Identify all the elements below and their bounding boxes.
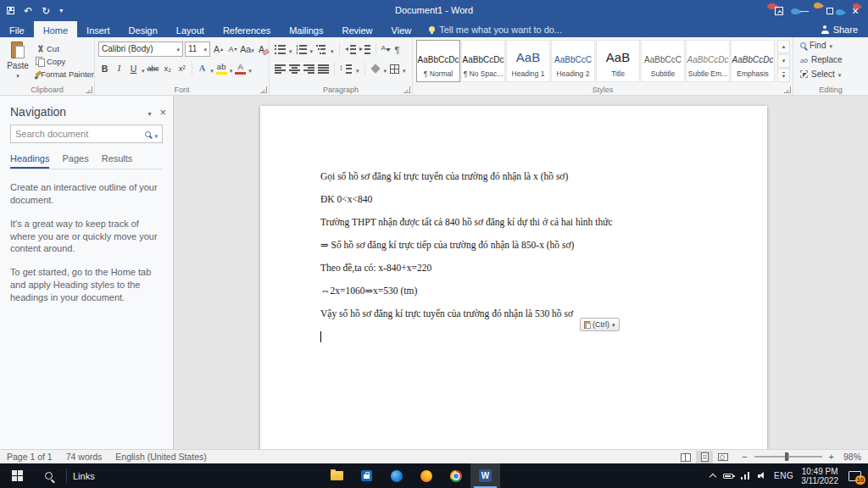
align-center-button[interactable] bbox=[289, 64, 300, 74]
zoom-out-button[interactable] bbox=[742, 452, 747, 462]
microsoft-store-icon[interactable] bbox=[352, 463, 381, 488]
justify-button[interactable] bbox=[318, 64, 329, 74]
font-family-select[interactable]: Calibri (Body) bbox=[98, 42, 183, 57]
zoom-slider-thumb[interactable] bbox=[785, 452, 788, 461]
print-layout-button[interactable] bbox=[696, 451, 713, 463]
word-count[interactable]: 74 words bbox=[66, 452, 103, 462]
zoom-level[interactable]: 98% bbox=[841, 452, 861, 462]
nav-tab-headings[interactable]: Headings bbox=[10, 153, 49, 169]
decrease-indent-button[interactable] bbox=[345, 45, 356, 54]
network-icon[interactable] bbox=[741, 472, 750, 480]
paste-options-button[interactable]: (Ctrl) bbox=[580, 318, 620, 331]
nav-tab-pages[interactable]: Pages bbox=[62, 153, 88, 169]
styles-more-icon[interactable] bbox=[777, 69, 790, 82]
change-case-button[interactable]: Aa bbox=[241, 42, 253, 56]
clock[interactable]: 10:49 PM 3/11/2022 bbox=[801, 467, 838, 485]
highlight-dropdown-icon[interactable] bbox=[230, 61, 233, 76]
maximize-icon[interactable] bbox=[817, 0, 843, 21]
nav-tab-results[interactable]: Results bbox=[102, 153, 133, 169]
zoom-slider[interactable] bbox=[754, 456, 822, 458]
start-button[interactable] bbox=[0, 463, 34, 488]
font-color-button[interactable]: A bbox=[234, 61, 247, 75]
edge-icon[interactable] bbox=[381, 463, 411, 488]
shading-button[interactable] bbox=[370, 64, 380, 73]
font-dialog-launcher-icon[interactable] bbox=[260, 86, 267, 93]
shading-dropdown-icon[interactable] bbox=[384, 61, 387, 76]
web-layout-button[interactable] bbox=[715, 451, 732, 463]
tab-layout[interactable]: Layout bbox=[167, 21, 214, 37]
style-emphasis[interactable]: AaBbCcDcEmphasis bbox=[731, 40, 775, 82]
underline-dropdown-icon[interactable] bbox=[142, 61, 145, 76]
paste-button[interactable]: Paste bbox=[3, 41, 32, 83]
show-hidden-icons-chevron[interactable] bbox=[709, 473, 716, 480]
search-icon[interactable] bbox=[145, 131, 151, 137]
strikethrough-button[interactable]: abc bbox=[147, 61, 160, 75]
styles-scroll-up-icon[interactable] bbox=[777, 40, 790, 53]
superscript-button[interactable]: x² bbox=[175, 61, 188, 75]
clear-formatting-button[interactable]: A bbox=[255, 42, 268, 56]
file-explorer-icon[interactable] bbox=[322, 463, 352, 488]
highlight-button[interactable]: ab bbox=[215, 61, 228, 75]
sort-button[interactable] bbox=[381, 45, 392, 54]
firefox-icon[interactable] bbox=[411, 463, 441, 488]
tab-mailings[interactable]: Mailings bbox=[280, 21, 332, 37]
share-button[interactable]: Share bbox=[811, 21, 868, 37]
multilevel-dropdown-icon[interactable] bbox=[331, 42, 334, 57]
text-effects-button[interactable]: A bbox=[196, 61, 209, 75]
bold-button[interactable]: B bbox=[98, 61, 111, 75]
borders-dropdown-icon[interactable] bbox=[403, 61, 406, 76]
bullets-dropdown-icon[interactable] bbox=[289, 42, 292, 57]
show-hide-pilcrow-button[interactable] bbox=[395, 42, 400, 57]
document-content[interactable]: Gọi số hồ sơ đăng kí trực tuyến của trườ… bbox=[260, 106, 767, 342]
battery-icon[interactable] bbox=[723, 474, 733, 479]
tell-me-box[interactable]: Tell me what you want to do... bbox=[429, 21, 562, 37]
italic-button[interactable]: I bbox=[113, 61, 125, 75]
copy-button[interactable]: Copy bbox=[36, 55, 94, 68]
line-spacing-dropdown-icon[interactable] bbox=[356, 61, 359, 76]
language-indicator[interactable]: English (United States) bbox=[115, 452, 206, 462]
word-taskbar-icon[interactable] bbox=[470, 463, 500, 488]
style-subtitle[interactable]: AaBbCcCSubtitle bbox=[641, 40, 685, 82]
search-input[interactable] bbox=[15, 129, 142, 139]
chrome-icon[interactable] bbox=[441, 463, 470, 488]
subscript-button[interactable]: x₂ bbox=[161, 61, 174, 75]
select-button[interactable]: Select bbox=[800, 68, 868, 80]
close-icon[interactable] bbox=[843, 0, 868, 21]
style-title[interactable]: AaBTitle bbox=[596, 40, 640, 82]
save-icon[interactable] bbox=[7, 7, 14, 14]
borders-button[interactable] bbox=[390, 64, 399, 74]
redo-icon[interactable] bbox=[42, 5, 50, 17]
numbering-dropdown-icon[interactable] bbox=[310, 42, 314, 57]
style-no-spacing[interactable]: AaBbCcDc¶ No Spac... bbox=[461, 40, 505, 82]
styles-scroll-down-icon[interactable] bbox=[777, 54, 790, 68]
style-heading-1[interactable]: AaBHeading 1 bbox=[506, 40, 550, 82]
cut-button[interactable]: Cut bbox=[36, 42, 94, 55]
undo-icon[interactable] bbox=[24, 5, 32, 17]
tab-view[interactable]: View bbox=[382, 21, 421, 37]
align-right-button[interactable] bbox=[303, 64, 314, 74]
align-left-button[interactable] bbox=[275, 64, 286, 74]
underline-button[interactable]: U bbox=[127, 61, 140, 75]
tab-insert[interactable]: Insert bbox=[77, 21, 120, 37]
bullets-button[interactable] bbox=[275, 45, 286, 54]
text-effects-dropdown-icon[interactable] bbox=[210, 61, 214, 76]
navigation-close-icon[interactable] bbox=[159, 104, 166, 119]
search-options-icon[interactable] bbox=[154, 126, 158, 141]
taskbar-search-button[interactable] bbox=[34, 463, 63, 488]
line-spacing-button[interactable] bbox=[340, 64, 353, 74]
ribbon-display-options-icon[interactable] bbox=[766, 0, 792, 21]
increase-indent-button[interactable] bbox=[359, 45, 370, 54]
document-area[interactable]: Gọi số hồ sơ đăng kí trực tuyến của trườ… bbox=[174, 96, 868, 449]
keyboard-language[interactable]: ENG bbox=[774, 471, 793, 480]
format-painter-button[interactable]: Format Painter bbox=[36, 68, 94, 80]
tab-references[interactable]: References bbox=[214, 21, 280, 37]
shrink-font-button[interactable]: A bbox=[226, 42, 239, 56]
tab-file[interactable]: File bbox=[0, 21, 34, 37]
document-page[interactable]: Gọi số hồ sơ đăng kí trực tuyến của trườ… bbox=[260, 106, 767, 449]
style-normal[interactable]: AaBbCcDc¶ Normal bbox=[416, 40, 460, 82]
numbering-button[interactable] bbox=[296, 45, 307, 54]
style-heading-2[interactable]: AaBbCcCHeading 2 bbox=[551, 40, 595, 82]
page-indicator[interactable]: Page 1 of 1 bbox=[7, 452, 53, 462]
styles-dialog-launcher-icon[interactable] bbox=[784, 86, 791, 93]
customize-qat-icon[interactable] bbox=[59, 7, 63, 14]
